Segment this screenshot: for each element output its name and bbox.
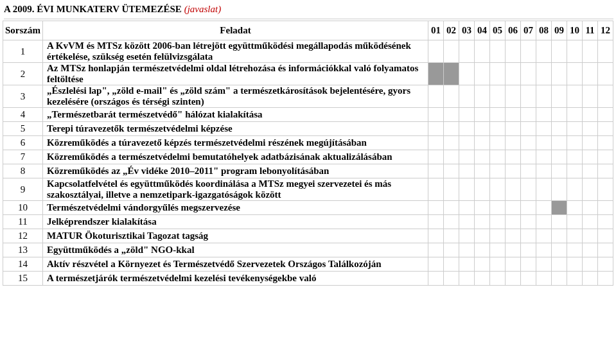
month-cell bbox=[459, 178, 475, 201]
month-cell bbox=[536, 40, 552, 63]
row-task: „Észlelési lap", „zöld e-mail" és „zöld … bbox=[43, 85, 428, 108]
month-cell bbox=[521, 122, 536, 136]
month-cell bbox=[444, 136, 459, 150]
table-row: 3„Észlelési lap", „zöld e-mail" és „zöld… bbox=[3, 85, 613, 108]
month-cell bbox=[567, 136, 583, 150]
month-cell bbox=[567, 164, 583, 178]
month-cell bbox=[428, 178, 444, 201]
header-sorszam: Sorszám bbox=[3, 21, 43, 40]
month-cell bbox=[475, 108, 490, 122]
month-cell bbox=[552, 150, 567, 164]
row-task: Terepi túravezetők természetvédelmi képz… bbox=[43, 122, 428, 136]
month-cell bbox=[583, 85, 598, 108]
header-month: 07 bbox=[521, 21, 536, 40]
month-cell bbox=[444, 243, 459, 257]
table-row: 13Együttműködés a „zöld" NGO-kkal bbox=[3, 243, 613, 257]
month-cell bbox=[521, 201, 536, 215]
month-cell bbox=[506, 40, 521, 63]
row-task: Természetvédelmi vándorgyűlés megszervez… bbox=[43, 201, 428, 215]
page-title: A 2009. ÉVI MUNKATERV ÜTEMEZÉSE (javasla… bbox=[4, 4, 613, 19]
month-cell bbox=[521, 178, 536, 201]
month-cell bbox=[475, 257, 490, 272]
month-cell bbox=[521, 40, 536, 63]
header-month: 02 bbox=[444, 21, 459, 40]
month-cell bbox=[444, 85, 459, 108]
row-task: MATUR Ökoturisztikai Tagozat tagság bbox=[43, 229, 428, 243]
month-cell bbox=[459, 215, 475, 229]
month-cell bbox=[428, 85, 444, 108]
header-month: 04 bbox=[475, 21, 490, 40]
month-cell bbox=[583, 215, 598, 229]
header-month: 05 bbox=[490, 21, 506, 40]
header-month: 03 bbox=[459, 21, 475, 40]
month-cell bbox=[506, 85, 521, 108]
month-cell bbox=[598, 136, 613, 150]
month-cell bbox=[490, 201, 506, 215]
month-cell bbox=[459, 63, 475, 85]
schedule-table: Sorszám Feladat 01 02 03 04 05 06 07 08 … bbox=[3, 21, 613, 286]
table-row: 2Az MTSz honlapján természetvédelmi olda… bbox=[3, 63, 613, 85]
table-row: 12MATUR Ökoturisztikai Tagozat tagság bbox=[3, 229, 613, 243]
month-cell bbox=[552, 63, 567, 85]
row-index: 14 bbox=[3, 257, 43, 272]
month-cell bbox=[490, 164, 506, 178]
row-index: 2 bbox=[3, 63, 43, 85]
row-task: Együttműködés a „zöld" NGO-kkal bbox=[43, 243, 428, 257]
row-task: A KvVM és MTSz között 2006-ban létrejött… bbox=[43, 40, 428, 63]
month-cell bbox=[552, 229, 567, 243]
row-index: 4 bbox=[3, 108, 43, 122]
month-cell bbox=[598, 229, 613, 243]
month-cell bbox=[552, 85, 567, 108]
month-cell bbox=[552, 201, 567, 215]
month-cell bbox=[552, 122, 567, 136]
month-cell bbox=[536, 178, 552, 201]
month-cell bbox=[428, 243, 444, 257]
month-cell bbox=[475, 178, 490, 201]
row-task: A természetjárók természetvédelmi kezelé… bbox=[43, 272, 428, 286]
month-cell bbox=[552, 215, 567, 229]
month-cell bbox=[475, 150, 490, 164]
month-cell bbox=[536, 201, 552, 215]
month-cell bbox=[536, 215, 552, 229]
month-cell bbox=[490, 272, 506, 286]
month-cell bbox=[583, 229, 598, 243]
row-task: Közreműködés a túravezető képzés termész… bbox=[43, 136, 428, 150]
month-cell bbox=[428, 164, 444, 178]
month-cell bbox=[583, 243, 598, 257]
month-cell bbox=[567, 178, 583, 201]
month-cell bbox=[567, 150, 583, 164]
month-cell bbox=[552, 108, 567, 122]
month-cell bbox=[506, 178, 521, 201]
month-cell bbox=[583, 150, 598, 164]
month-cell bbox=[459, 40, 475, 63]
month-cell bbox=[475, 136, 490, 150]
month-cell bbox=[475, 122, 490, 136]
month-cell bbox=[506, 136, 521, 150]
month-cell bbox=[475, 63, 490, 85]
row-index: 5 bbox=[3, 122, 43, 136]
month-cell bbox=[598, 164, 613, 178]
month-cell bbox=[490, 40, 506, 63]
month-cell bbox=[521, 136, 536, 150]
month-cell bbox=[428, 136, 444, 150]
month-cell bbox=[490, 122, 506, 136]
month-cell bbox=[444, 201, 459, 215]
month-cell bbox=[475, 164, 490, 178]
row-index: 12 bbox=[3, 229, 43, 243]
month-cell bbox=[490, 243, 506, 257]
row-index: 10 bbox=[3, 201, 43, 215]
month-cell bbox=[444, 215, 459, 229]
month-cell bbox=[567, 272, 583, 286]
month-cell bbox=[536, 257, 552, 272]
table-header-row: Sorszám Feladat 01 02 03 04 05 06 07 08 … bbox=[3, 21, 613, 40]
month-cell bbox=[475, 229, 490, 243]
table-row: 11Jelképrendszer kialakítása bbox=[3, 215, 613, 229]
month-cell bbox=[583, 257, 598, 272]
month-cell bbox=[598, 85, 613, 108]
month-cell bbox=[459, 164, 475, 178]
month-cell bbox=[536, 164, 552, 178]
month-cell bbox=[490, 215, 506, 229]
month-cell bbox=[598, 63, 613, 85]
month-cell bbox=[490, 136, 506, 150]
month-cell bbox=[490, 229, 506, 243]
